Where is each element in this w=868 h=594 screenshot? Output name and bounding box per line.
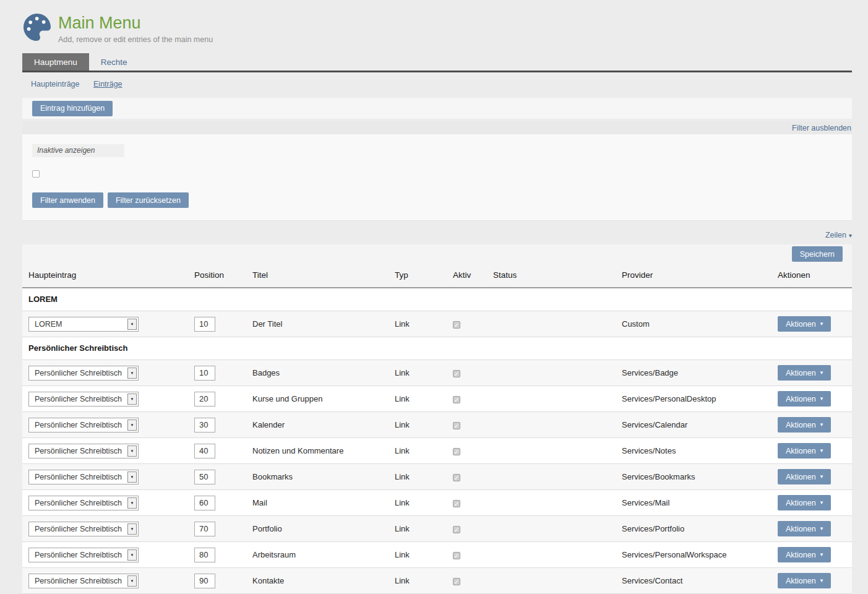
chevron-down-icon[interactable]: ▼ [127, 497, 137, 509]
caret-down-icon: ▾ [820, 396, 823, 402]
row-actions-button[interactable]: Aktionen▾ [778, 417, 831, 433]
chevron-down-icon[interactable]: ▼ [127, 394, 137, 405]
row-actions-button[interactable]: Aktionen▾ [778, 495, 831, 510]
apply-filter-button[interactable]: Filter anwenden [32, 192, 103, 208]
col-titel: Titel [246, 264, 389, 288]
parent-select[interactable]: Persönlicher Schreibtisch▼ [28, 444, 139, 458]
chevron-down-icon[interactable]: ▼ [127, 575, 137, 587]
subtab-haupteintraege[interactable]: Haupteinträge [31, 80, 80, 88]
group-header-row: LOREM [22, 288, 852, 311]
chevron-down-icon[interactable]: ▼ [127, 420, 137, 431]
chevron-down-icon[interactable]: ▼ [127, 471, 137, 483]
row-actions-button[interactable]: Aktionen▾ [778, 316, 831, 332]
active-checkbox[interactable]: ✓ [453, 500, 460, 507]
page-subtitle: Add, remove or edit entries of the main … [58, 35, 213, 44]
entry-type: Link [389, 568, 447, 594]
row-actions-button[interactable]: Aktionen▾ [778, 547, 831, 562]
position-input[interactable] [194, 548, 215, 562]
position-input[interactable] [194, 366, 215, 381]
filter-panel: Inaktive anzeigen Filter anwenden Filter… [22, 134, 852, 221]
position-input[interactable] [194, 470, 215, 484]
entry-type: Link [389, 360, 447, 386]
rows-dropdown-link[interactable]: Zeilen▾ [825, 231, 852, 239]
parent-select[interactable]: Persönlicher Schreibtisch▼ [28, 470, 139, 484]
parent-select[interactable]: Persönlicher Schreibtisch▼ [28, 392, 139, 407]
chevron-down-icon[interactable]: ▼ [127, 368, 137, 379]
reset-filter-button[interactable]: Filter zurücksetzen [108, 192, 189, 208]
hide-filter-link[interactable]: Filter ausblenden [792, 124, 851, 132]
active-checkbox[interactable]: ✓ [453, 321, 460, 329]
parent-select[interactable]: Persönlicher Schreibtisch▼ [28, 574, 139, 588]
entry-provider: Services/Calendar [616, 412, 771, 438]
save-button[interactable]: Speichern [792, 246, 843, 262]
active-checkbox[interactable]: ✓ [453, 552, 460, 559]
table-row: Persönlicher Schreibtisch▼Notizen und Ko… [22, 438, 852, 464]
add-entry-button[interactable]: Eintrag hinzufügen [32, 101, 113, 116]
active-checkbox[interactable]: ✓ [453, 474, 460, 481]
main-menu-table-panel: Speichern Haupteintrag Position Titel Ty… [22, 244, 852, 594]
toolbar: Eintrag hinzufügen [22, 98, 852, 119]
caret-down-icon: ▾ [820, 370, 823, 376]
parent-select[interactable]: LOREM▼ [28, 317, 139, 332]
inactive-filter-checkbox[interactable] [32, 170, 40, 178]
group-name: LOREM [22, 288, 852, 311]
entry-provider: Services/Portfolio [616, 516, 771, 542]
entry-type: Link [389, 490, 447, 516]
parent-select[interactable]: Persönlicher Schreibtisch▼ [28, 522, 139, 536]
caret-down-icon: ▾ [820, 321, 823, 327]
chevron-down-icon[interactable]: ▼ [127, 549, 137, 561]
col-position: Position [188, 264, 246, 288]
chevron-down-icon[interactable]: ▼ [127, 446, 137, 457]
entry-type: Link [389, 516, 447, 542]
row-actions-button[interactable]: Aktionen▾ [778, 573, 831, 588]
tab-rechte[interactable]: Rechte [89, 53, 139, 71]
palette-icon [24, 14, 51, 41]
entry-provider: Services/Notes [616, 438, 771, 464]
table-row: Persönlicher Schreibtisch▼Kurse und Grup… [22, 386, 852, 412]
subtab-eintraege[interactable]: Einträge [93, 80, 122, 88]
entry-status [487, 311, 616, 337]
table-row: Persönlicher Schreibtisch▼KontakteLink✓S… [22, 568, 852, 594]
entry-title: Bookmarks [246, 464, 389, 490]
parent-select[interactable]: Persönlicher Schreibtisch▼ [28, 418, 139, 433]
parent-select[interactable]: Persönlicher Schreibtisch▼ [28, 366, 139, 381]
chevron-down-icon[interactable]: ▼ [127, 523, 137, 535]
active-checkbox[interactable]: ✓ [453, 526, 460, 533]
entry-type: Link [389, 438, 447, 464]
entry-title: Kontakte [246, 568, 389, 594]
position-input[interactable] [194, 574, 215, 588]
active-checkbox[interactable]: ✓ [453, 578, 460, 585]
entry-status [487, 464, 616, 490]
position-input[interactable] [194, 444, 215, 458]
caret-down-icon: ▾ [849, 232, 852, 239]
entry-provider: Custom [616, 311, 771, 337]
entry-status [487, 360, 616, 386]
active-checkbox[interactable]: ✓ [453, 396, 460, 403]
parent-select[interactable]: Persönlicher Schreibtisch▼ [28, 496, 139, 510]
active-checkbox[interactable]: ✓ [453, 422, 460, 429]
position-input[interactable] [194, 418, 215, 433]
table-row: Persönlicher Schreibtisch▼MailLink✓Servi… [22, 490, 852, 516]
active-checkbox[interactable]: ✓ [453, 370, 460, 377]
caret-down-icon: ▾ [820, 526, 823, 532]
position-input[interactable] [194, 496, 215, 510]
table-row: Persönlicher Schreibtisch▼BadgesLink✓Ser… [22, 360, 852, 386]
row-actions-button[interactable]: Aktionen▾ [778, 521, 831, 536]
chevron-down-icon[interactable]: ▼ [127, 319, 137, 330]
row-actions-button[interactable]: Aktionen▾ [778, 469, 831, 484]
parent-select[interactable]: Persönlicher Schreibtisch▼ [28, 548, 139, 562]
entry-provider: Services/Mail [616, 490, 771, 516]
position-input[interactable] [194, 392, 215, 407]
row-actions-button[interactable]: Aktionen▾ [778, 443, 831, 458]
position-input[interactable] [194, 317, 215, 332]
row-actions-button[interactable]: Aktionen▾ [778, 365, 831, 381]
caret-down-icon: ▾ [820, 474, 823, 480]
entry-title: Kalender [246, 412, 389, 438]
tab-hauptmenu[interactable]: Hauptmenu [22, 53, 89, 71]
row-actions-button[interactable]: Aktionen▾ [778, 391, 831, 407]
subtab-bar: Haupteinträge Einträge [31, 80, 852, 88]
position-input[interactable] [194, 522, 215, 536]
entry-title: Notizen und Kommentare [246, 438, 389, 464]
active-checkbox[interactable]: ✓ [453, 448, 460, 455]
menu-table-body: LOREMLOREM▼Der TitelLink✓CustomAktionen▾… [22, 288, 852, 594]
